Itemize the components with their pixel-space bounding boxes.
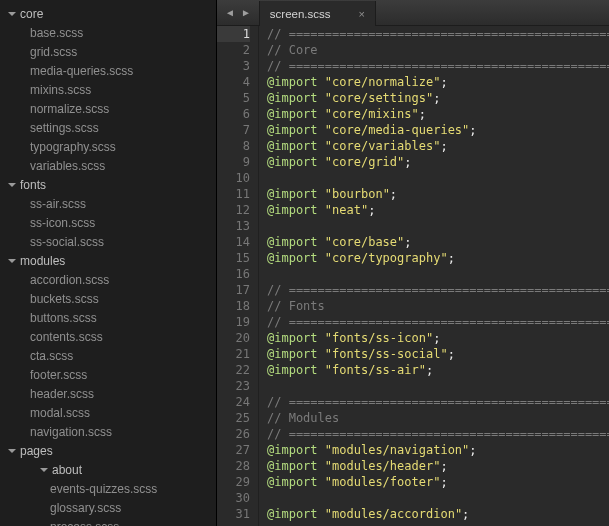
chevron-down-icon[interactable] [8, 259, 16, 263]
code-line[interactable]: @import "core/typography"; [267, 250, 609, 266]
code-line[interactable]: @import "fonts/ss-air"; [267, 362, 609, 378]
line-number[interactable]: 22 [217, 362, 250, 378]
code-line[interactable] [267, 378, 609, 394]
code-line[interactable] [267, 170, 609, 186]
line-number[interactable]: 31 [217, 506, 250, 522]
file-settings-scss[interactable]: settings.scss [0, 118, 216, 137]
line-number[interactable]: 10 [217, 170, 250, 186]
file-variables-scss[interactable]: variables.scss [0, 156, 216, 175]
code-line[interactable] [267, 218, 609, 234]
code-line[interactable]: // Core [267, 42, 609, 58]
folder-about[interactable]: about [0, 460, 216, 479]
code-line[interactable]: @import "core/media-queries"; [267, 122, 609, 138]
code-line[interactable]: // =====================================… [267, 282, 609, 298]
file-ss-social-scss[interactable]: ss-social.scss [0, 232, 216, 251]
line-number[interactable]: 15 [217, 250, 250, 266]
line-number[interactable]: 2 [217, 42, 250, 58]
line-number[interactable]: 5 [217, 90, 250, 106]
code-line[interactable]: @import "core/variables"; [267, 138, 609, 154]
line-number[interactable]: 1 [217, 26, 250, 42]
line-number[interactable]: 12 [217, 202, 250, 218]
file-process-scss[interactable]: process.scss [0, 517, 216, 526]
code-line[interactable] [267, 266, 609, 282]
chevron-down-icon[interactable] [8, 449, 16, 453]
file-header-scss[interactable]: header.scss [0, 384, 216, 403]
file-contents-scss[interactable]: contents.scss [0, 327, 216, 346]
code-line[interactable]: @import "core/mixins"; [267, 106, 609, 122]
code-line[interactable]: // =====================================… [267, 394, 609, 410]
chevron-down-icon[interactable] [8, 12, 16, 16]
line-number[interactable]: 25 [217, 410, 250, 426]
line-number[interactable]: 13 [217, 218, 250, 234]
file-events-quizzes-scss[interactable]: events-quizzes.scss [0, 479, 216, 498]
code-content[interactable]: // =====================================… [259, 26, 609, 526]
file-accordion-scss[interactable]: accordion.scss [0, 270, 216, 289]
chevron-down-icon[interactable] [8, 183, 16, 187]
line-number[interactable]: 21 [217, 346, 250, 362]
line-number[interactable]: 9 [217, 154, 250, 170]
line-number[interactable]: 3 [217, 58, 250, 74]
file-glossary-scss[interactable]: glossary.scss [0, 498, 216, 517]
code-line[interactable]: // Fonts [267, 298, 609, 314]
file-buckets-scss[interactable]: buckets.scss [0, 289, 216, 308]
line-number[interactable]: 6 [217, 106, 250, 122]
tab-back-icon[interactable]: ◄ [225, 7, 235, 18]
file-mixins-scss[interactable]: mixins.scss [0, 80, 216, 99]
code-line[interactable]: // =====================================… [267, 26, 609, 42]
code-line[interactable]: // =====================================… [267, 426, 609, 442]
line-number[interactable]: 24 [217, 394, 250, 410]
code-line[interactable]: @import "core/normalize"; [267, 74, 609, 90]
line-number[interactable]: 4 [217, 74, 250, 90]
file-ss-icon-scss[interactable]: ss-icon.scss [0, 213, 216, 232]
file-buttons-scss[interactable]: buttons.scss [0, 308, 216, 327]
code-line[interactable]: @import "neat"; [267, 202, 609, 218]
line-number[interactable]: 8 [217, 138, 250, 154]
line-number[interactable]: 16 [217, 266, 250, 282]
folder-core[interactable]: core [0, 4, 216, 23]
line-number[interactable]: 28 [217, 458, 250, 474]
file-ss-air-scss[interactable]: ss-air.scss [0, 194, 216, 213]
file-base-scss[interactable]: base.scss [0, 23, 216, 42]
code-line[interactable]: @import "modules/header"; [267, 458, 609, 474]
code-line[interactable]: @import "core/grid"; [267, 154, 609, 170]
file-navigation-scss[interactable]: navigation.scss [0, 422, 216, 441]
line-number[interactable]: 17 [217, 282, 250, 298]
code-line[interactable]: @import "modules/navigation"; [267, 442, 609, 458]
code-line[interactable] [267, 490, 609, 506]
tab-screen-scss[interactable]: screen.scss × [259, 1, 376, 26]
code-line[interactable]: @import "fonts/ss-social"; [267, 346, 609, 362]
file-normalize-scss[interactable]: normalize.scss [0, 99, 216, 118]
code-line[interactable]: // =====================================… [267, 314, 609, 330]
line-number[interactable]: 29 [217, 474, 250, 490]
line-number[interactable]: 18 [217, 298, 250, 314]
file-cta-scss[interactable]: cta.scss [0, 346, 216, 365]
file-grid-scss[interactable]: grid.scss [0, 42, 216, 61]
code-line[interactable]: // Modules [267, 410, 609, 426]
code-line[interactable]: @import "bourbon"; [267, 186, 609, 202]
tab-forward-icon[interactable]: ► [241, 7, 251, 18]
line-number[interactable]: 27 [217, 442, 250, 458]
code-line[interactable]: @import "fonts/ss-icon"; [267, 330, 609, 346]
file-typography-scss[interactable]: typography.scss [0, 137, 216, 156]
code-line[interactable]: @import "core/base"; [267, 234, 609, 250]
line-number[interactable]: 30 [217, 490, 250, 506]
line-number[interactable]: 14 [217, 234, 250, 250]
line-number[interactable]: 11 [217, 186, 250, 202]
file-footer-scss[interactable]: footer.scss [0, 365, 216, 384]
code-line[interactable]: @import "core/settings"; [267, 90, 609, 106]
line-gutter[interactable]: 1234567891011121314151617181920212223242… [217, 26, 259, 526]
code-line[interactable]: // =====================================… [267, 58, 609, 74]
file-tree[interactable]: corebase.scssgrid.scssmedia-queries.scss… [0, 0, 217, 526]
line-number[interactable]: 23 [217, 378, 250, 394]
line-number[interactable]: 7 [217, 122, 250, 138]
file-modal-scss[interactable]: modal.scss [0, 403, 216, 422]
line-number[interactable]: 20 [217, 330, 250, 346]
folder-fonts[interactable]: fonts [0, 175, 216, 194]
folder-modules[interactable]: modules [0, 251, 216, 270]
line-number[interactable]: 19 [217, 314, 250, 330]
code-line[interactable]: @import "modules/footer"; [267, 474, 609, 490]
folder-pages[interactable]: pages [0, 441, 216, 460]
file-media-queries-scss[interactable]: media-queries.scss [0, 61, 216, 80]
line-number[interactable]: 26 [217, 426, 250, 442]
chevron-down-icon[interactable] [40, 468, 48, 472]
